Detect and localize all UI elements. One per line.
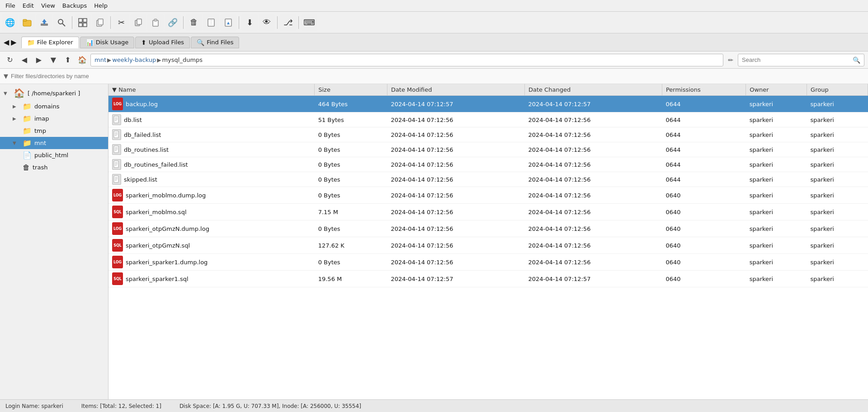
toolbar-download[interactable]: ⬇ (241, 14, 258, 31)
sidebar: ▼ 🏠 [ /home/sparkeri ] ▶ 📁 domains ▶ 📁 i… (0, 84, 108, 399)
breadcrumb-mnt[interactable]: mnt (94, 56, 106, 63)
file-group: sparkeri (807, 220, 868, 237)
public-html-label: public_html (34, 152, 104, 159)
sidebar-item-mnt[interactable]: ▼ 📁 mnt (0, 137, 108, 149)
find-files-icon: 🔍 (197, 39, 204, 46)
tab-file-explorer[interactable]: 📁 File Explorer (21, 37, 79, 48)
file-name-cell[interactable]: db_routines.list (108, 142, 315, 157)
file-name-cell[interactable]: SQL sparkeri_sparker1.sql (108, 271, 315, 287)
breadcrumb-weekly-backup[interactable]: weekly-backup (112, 56, 156, 63)
toolbar-preview[interactable]: 👁 (259, 14, 275, 31)
tab-find-files[interactable]: 🔍 Find Files (191, 37, 239, 48)
toolbar-delete[interactable]: 🗑 (186, 14, 202, 31)
col-header-date-modified[interactable]: Date Modified (387, 84, 524, 96)
nav-up[interactable]: ⬆ (61, 54, 74, 66)
mnt-expand: ▼ (13, 140, 20, 145)
file-name-cell[interactable]: skipped.list (108, 172, 315, 187)
table-row[interactable]: SQL sparkeri_otpGmzN.sql 127.62 K 2024-0… (108, 237, 868, 254)
svg-rect-6 (79, 19, 82, 22)
col-header-name[interactable]: ▼ Name (108, 84, 315, 96)
menu-backups[interactable]: Backups (59, 1, 90, 10)
file-name-cell[interactable]: db.list (108, 112, 315, 127)
toolbar-upload[interactable] (36, 14, 52, 31)
menu-help[interactable]: Help (90, 1, 111, 10)
file-owner: sparkeri (746, 112, 807, 127)
table-row[interactable]: SQL sparkeri_moblmo.sql 7.15 M 2024-04-1… (108, 204, 868, 220)
toolbar-select-all[interactable] (75, 14, 91, 31)
toolbar-copy[interactable] (130, 14, 146, 31)
menu-view[interactable]: View (38, 1, 59, 10)
table-row[interactable]: db_routines.list 0 Bytes 2024-04-14 07:1… (108, 142, 868, 157)
search-input[interactable] (742, 56, 851, 63)
trash-icon: 🗑 (23, 163, 30, 172)
file-name-cell[interactable]: LOG sparkeri_moblmo.dump.log (108, 187, 315, 204)
toolbar-extract[interactable] (220, 14, 236, 31)
sidebar-item-tmp[interactable]: 📁 tmp (0, 125, 108, 137)
toolbar-copy-url[interactable] (92, 14, 108, 31)
table-row[interactable]: SQL sparkeri_sparker1.sql 19.56 M 2024-0… (108, 271, 868, 287)
toolbar-search[interactable] (53, 14, 70, 31)
tab-left-arrow[interactable]: ◀ (4, 38, 9, 47)
addressbar: ↻ ◀ ▶ ▼ ⬆ 🏠 mnt ▶ weekly-backup ▶ mysql_… (0, 52, 868, 69)
file-name-cell[interactable]: db_failed.list (108, 127, 315, 142)
file-icon (112, 114, 121, 125)
file-name-cell[interactable]: SQL sparkeri_moblmo.sql (108, 204, 315, 220)
sidebar-item-trash[interactable]: 🗑 trash (0, 161, 108, 173)
tab-disk-usage[interactable]: 📊 Disk Usage (80, 37, 135, 48)
domains-label: domains (34, 103, 104, 110)
file-date-modified: 2024-04-14 07:12:56 (387, 127, 524, 142)
col-header-owner[interactable]: Owner (746, 84, 807, 96)
file-name-cell[interactable]: db_routines_failed.list (108, 157, 315, 172)
file-group: sparkeri (807, 187, 868, 204)
menu-file[interactable]: File (2, 1, 19, 10)
edit-path-button[interactable]: ✏ (725, 55, 736, 66)
col-header-group[interactable]: Group (807, 84, 868, 96)
toolbar-git[interactable]: ⎇ (280, 14, 296, 31)
file-owner: sparkeri (746, 127, 807, 142)
sidebar-root[interactable]: ▼ 🏠 [ /home/sparkeri ] (0, 86, 108, 100)
toolbar-link[interactable]: 🔗 (165, 14, 181, 31)
table-row[interactable]: LOG sparkeri_sparker1.dump.log 0 Bytes 2… (108, 254, 868, 271)
nav-home[interactable]: 🏠 (76, 54, 89, 66)
sidebar-item-public-html[interactable]: 📄 public_html (0, 149, 108, 161)
sidebar-item-domains[interactable]: ▶ 📁 domains (0, 100, 108, 112)
file-size: 0 Bytes (315, 172, 387, 187)
col-header-size[interactable]: Size (315, 84, 387, 96)
file-icon: LOG (112, 189, 123, 201)
col-header-permissions[interactable]: Permissions (662, 84, 745, 96)
file-name-cell[interactable]: LOG backup.log (108, 96, 315, 112)
table-row[interactable]: LOG sparkeri_moblmo.dump.log 0 Bytes 202… (108, 187, 868, 204)
toolbar-new-location[interactable]: 🌐 (2, 14, 18, 31)
toolbar-new-folder[interactable] (19, 14, 35, 31)
file-icon (112, 144, 121, 155)
col-header-date-changed[interactable]: Date Changed (524, 84, 662, 96)
table-row[interactable]: LOG backup.log 464 Bytes 2024-04-14 07:1… (108, 96, 868, 112)
toolbar-terminal[interactable]: ⌨ (301, 14, 317, 31)
file-group: sparkeri (807, 254, 868, 271)
file-name: sparkeri_otpGmzN.sql (126, 242, 190, 249)
file-size: 0 Bytes (315, 127, 387, 142)
table-row[interactable]: db.list 51 Bytes 2024-04-14 07:12:56 202… (108, 112, 868, 127)
tab-upload-files[interactable]: ⬆ Upload Files (135, 37, 190, 48)
toolbar-paste[interactable] (147, 14, 164, 31)
table-row[interactable]: LOG sparkeri_otpGmzN.dump.log 0 Bytes 20… (108, 220, 868, 237)
breadcrumb-mysql-dumps[interactable]: mysql_dumps (162, 56, 203, 63)
menu-edit[interactable]: Edit (19, 1, 38, 10)
file-group: sparkeri (807, 142, 868, 157)
nav-back[interactable]: ◀ (18, 54, 31, 66)
file-name-cell[interactable]: LOG sparkeri_sparker1.dump.log (108, 254, 315, 271)
file-name-cell[interactable]: LOG sparkeri_otpGmzN.dump.log (108, 220, 315, 237)
tab-right-arrow[interactable]: ▶ (11, 38, 16, 47)
nav-forward[interactable]: ▶ (33, 54, 45, 66)
toolbar-cut[interactable]: ✂ (113, 14, 129, 31)
mnt-folder-icon: 📁 (23, 139, 32, 147)
sidebar-item-imap[interactable]: ▶ 📁 imap (0, 112, 108, 125)
table-row[interactable]: db_failed.list 0 Bytes 2024-04-14 07:12:… (108, 127, 868, 142)
file-name-cell[interactable]: SQL sparkeri_otpGmzN.sql (108, 237, 315, 254)
nav-dropdown[interactable]: ▼ (47, 54, 60, 66)
nav-refresh[interactable]: ↻ (4, 54, 16, 66)
toolbar-compress[interactable] (203, 14, 219, 31)
table-row[interactable]: db_routines_failed.list 0 Bytes 2024-04-… (108, 157, 868, 172)
table-row[interactable]: skipped.list 0 Bytes 2024-04-14 07:12:56… (108, 172, 868, 187)
filter-input[interactable] (11, 73, 146, 80)
